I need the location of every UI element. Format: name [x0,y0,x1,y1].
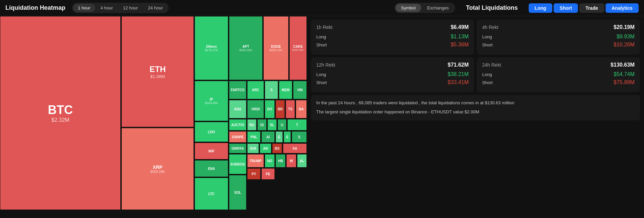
eth-value: $1.08M [150,74,165,79]
stat-row-24h-long: Long $54.74M [482,71,635,77]
gi-label: GI [260,123,264,127]
others-cell: Others $279.27K [195,16,228,80]
pnl-cell: PNL [247,131,261,143]
ada-label: ADA [234,107,241,111]
btc-value: $2.32M [51,117,69,123]
stat-row-12h-long: Long $38.21M [316,71,469,77]
apt-cell: APT $263.92K [229,16,263,80]
short-button[interactable]: Short [554,3,578,13]
sa-cell: SA [283,143,307,153]
time-btn-1h[interactable]: 1 hour [73,4,95,12]
ltc-label: LTC [208,192,215,196]
btc-cell: BTC $2.32M [0,16,121,210]
long-label-1h: Long [316,34,326,39]
sa-label: SA [293,147,297,150]
al-label: AL [300,159,304,163]
ip-label: IP [210,98,213,101]
trump-label: TRUMP [250,159,262,163]
vin-cell: VIN [293,81,307,99]
time-btn-12h[interactable]: 12 hour [118,4,143,12]
sl-cell: SL [267,119,277,131]
doge-label: DOGE [271,45,281,48]
short-label-12h: Short [316,80,327,85]
sl-label: SL [270,123,274,127]
ordi-label: ORDI [252,107,260,111]
long-label-24h: Long [482,72,492,77]
stat-row-4h-short: Short $10.26M [482,42,635,48]
bs-cell: BS [272,143,282,153]
w-cell: W [286,154,296,168]
short-value-1h: $5.36M [451,42,469,48]
an-label: AN [263,147,268,150]
header: Liquidation Heatmap 1 hour 4 hour 12 hou… [0,0,644,16]
e2-label: E [286,135,289,139]
1000pe-label: 1000PE [232,135,244,139]
doge-value: $260.32K [269,48,283,52]
do-label: DO [267,107,272,111]
stat-label-24h: 24h Rekt [482,62,501,68]
fartco-label: FARTCO [231,88,244,92]
stat-row-24h-short: Short $75.89M [482,79,635,85]
others-label: Others [206,45,217,48]
info-line-1: In the past 24 hours , 68,085 traders we… [316,100,635,107]
s-label: S [270,88,273,92]
exchanges-btn[interactable]: Exchanges [422,4,454,12]
do-cell: DO [265,100,275,118]
cake-label: CAKE [293,45,303,48]
ba-label: BA [299,107,303,111]
hb-label: HB [278,159,283,163]
stat-header-24h: 24h Rekt $130.63M [482,62,635,68]
analytics-button[interactable]: Analytics [606,3,639,13]
info-box: In the past 24 hours , 68,085 traders we… [311,95,640,120]
ai-label: AI [266,135,270,139]
arc-cell: ARC [247,81,264,99]
ts-cell: TS [286,100,295,118]
xrp-label: XRP [153,165,163,170]
ltc-cell: LTC [195,178,228,210]
xrp-value: $556.18K [150,170,165,174]
view-button-group: Symbol Exchanges [394,3,455,13]
arc-label: ARC [252,88,259,92]
ai-cell: AI [261,131,275,143]
al-cell: AL [297,154,307,168]
wif-cell: WIF [195,143,228,159]
ng-cell: NG [247,119,257,131]
cake-value: $200.56K [292,48,304,51]
short-value-24h: $75.89M [614,79,635,85]
br-label: BR [278,107,283,111]
no-label: NO [267,159,272,163]
apt-label: APT [242,45,249,48]
stat-value-24h: $130.63M [611,62,635,68]
long-button[interactable]: Long [529,3,552,13]
stat-label-1h: 1h Rekt [316,25,332,30]
short-label-24h: Short [482,80,493,85]
stat-label-12h: 12h Rekt [316,62,335,68]
xrp-cell: XRP $556.18K [121,128,194,210]
symbol-btn[interactable]: Symbol [396,4,421,12]
py-cell: PY [247,168,261,180]
griffa-label: GRIFFA [232,147,244,150]
trade-button[interactable]: Trade [579,3,604,13]
sundog-cell: SUNDOG [229,154,246,174]
long-value-4h: $9.93M [617,34,635,40]
ordi-cell: ORDI [247,100,264,118]
cake-cell: CAKE $200.56K [289,16,307,80]
time-btn-24h[interactable]: 24 hour [143,4,168,12]
ena-cell: ENA [195,160,228,177]
stat-card-12h: 12h Rekt $71.62M Long $38.21M Short $33.… [311,57,474,92]
an-cell: AN [260,143,271,153]
py-label: PY [252,172,256,176]
action-button-group: Long Short Trade Analytics [529,3,639,13]
short-label-4h: Short [482,42,493,47]
w-label: W [290,159,293,163]
stat-row-12h-short: Short $33.41M [316,79,469,85]
btc-label: BTC [48,103,73,117]
ip-cell: IP $163.45K [195,81,228,121]
fartco-cell: FARTCO [229,81,246,99]
long-label-4h: Long [482,34,492,39]
br-cell: BR [275,100,285,118]
wif-label: WIF [208,149,214,153]
main-content: BTC $2.32M ETH $1.08M XRP $556.18K Other… [0,16,644,218]
time-btn-4h[interactable]: 4 hour [96,4,118,12]
ava-cell: AVA [247,143,259,153]
